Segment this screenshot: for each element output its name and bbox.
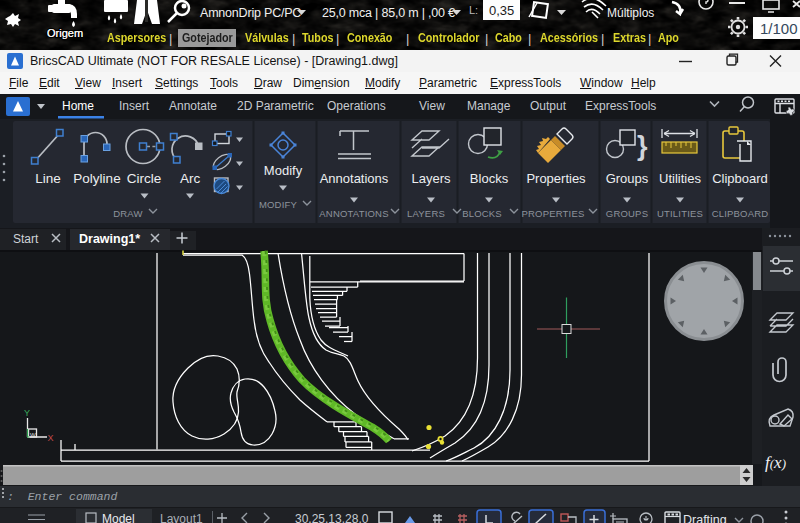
svg-text:0,35: 0,35 (489, 3, 514, 18)
svg-text:Drafting: Drafting (683, 513, 727, 523)
svg-text:AmnonDrip PC/PC: AmnonDrip PC/PC (200, 6, 301, 20)
svg-text:30,25,13,28,0: 30,25,13,28,0 (295, 512, 369, 523)
svg-text:W: W (30, 432, 36, 438)
svg-text:L:: L: (469, 4, 478, 16)
svg-text:25,0 mca | 85,0 m | ,00 €: 25,0 mca | 85,0 m | ,00 € (322, 6, 455, 20)
svg-text:Origem: Origem (47, 27, 83, 39)
svg-text:X: X (48, 433, 54, 443)
svg-text:Start: Start (13, 232, 39, 246)
svg-text:f(x): f(x) (765, 453, 786, 472)
svg-text:}: } (637, 131, 648, 161)
svg-text:BricsCAD Ultimate (NOT FOR RES: BricsCAD Ultimate (NOT FOR RESALE Licens… (30, 54, 398, 68)
svg-text:Múltiplos: Múltiplos (607, 6, 654, 20)
svg-text:Y: Y (24, 408, 30, 418)
svg-text:1/100: 1/100 (760, 20, 798, 37)
svg-text:Model: Model (102, 512, 135, 523)
svg-text:Layout1: Layout1 (160, 512, 203, 523)
svg-text:Drawing1*: Drawing1* (79, 232, 140, 246)
